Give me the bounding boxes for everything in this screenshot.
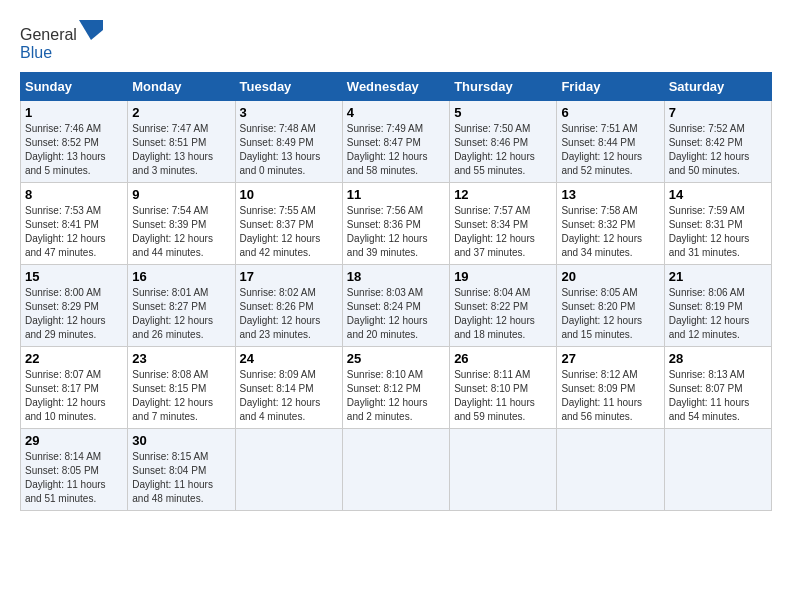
day-detail: Sunrise: 7:59 AMSunset: 8:31 PMDaylight:… [669,205,750,258]
calendar-cell: 22 Sunrise: 8:07 AMSunset: 8:17 PMDaylig… [21,347,128,429]
day-number: 29 [25,433,123,448]
day-number: 16 [132,269,230,284]
logo-icon [79,20,103,40]
calendar-cell [450,429,557,511]
day-detail: Sunrise: 7:56 AMSunset: 8:36 PMDaylight:… [347,205,428,258]
day-detail: Sunrise: 8:13 AMSunset: 8:07 PMDaylight:… [669,369,750,422]
day-number: 11 [347,187,445,202]
calendar-cell: 27 Sunrise: 8:12 AMSunset: 8:09 PMDaylig… [557,347,664,429]
calendar-cell: 24 Sunrise: 8:09 AMSunset: 8:14 PMDaylig… [235,347,342,429]
day-header-thursday: Thursday [450,73,557,101]
day-detail: Sunrise: 7:58 AMSunset: 8:32 PMDaylight:… [561,205,642,258]
day-number: 15 [25,269,123,284]
header-row: SundayMondayTuesdayWednesdayThursdayFrid… [21,73,772,101]
day-number: 28 [669,351,767,366]
calendar-cell: 19 Sunrise: 8:04 AMSunset: 8:22 PMDaylig… [450,265,557,347]
calendar-cell: 11 Sunrise: 7:56 AMSunset: 8:36 PMDaylig… [342,183,449,265]
day-detail: Sunrise: 8:07 AMSunset: 8:17 PMDaylight:… [25,369,106,422]
day-detail: Sunrise: 8:11 AMSunset: 8:10 PMDaylight:… [454,369,535,422]
calendar-cell: 17 Sunrise: 8:02 AMSunset: 8:26 PMDaylig… [235,265,342,347]
day-number: 22 [25,351,123,366]
day-header-sunday: Sunday [21,73,128,101]
calendar-cell: 12 Sunrise: 7:57 AMSunset: 8:34 PMDaylig… [450,183,557,265]
calendar-cell: 25 Sunrise: 8:10 AMSunset: 8:12 PMDaylig… [342,347,449,429]
calendar-cell [664,429,771,511]
day-detail: Sunrise: 7:52 AMSunset: 8:42 PMDaylight:… [669,123,750,176]
day-number: 9 [132,187,230,202]
calendar-cell: 30 Sunrise: 8:15 AMSunset: 8:04 PMDaylig… [128,429,235,511]
calendar-cell: 3 Sunrise: 7:48 AMSunset: 8:49 PMDayligh… [235,101,342,183]
day-detail: Sunrise: 8:15 AMSunset: 8:04 PMDaylight:… [132,451,213,504]
day-number: 30 [132,433,230,448]
day-number: 17 [240,269,338,284]
day-detail: Sunrise: 8:02 AMSunset: 8:26 PMDaylight:… [240,287,321,340]
day-number: 19 [454,269,552,284]
day-number: 18 [347,269,445,284]
calendar-cell: 21 Sunrise: 8:06 AMSunset: 8:19 PMDaylig… [664,265,771,347]
day-number: 5 [454,105,552,120]
day-header-tuesday: Tuesday [235,73,342,101]
day-detail: Sunrise: 7:48 AMSunset: 8:49 PMDaylight:… [240,123,321,176]
calendar-table: SundayMondayTuesdayWednesdayThursdayFrid… [20,72,772,511]
day-header-saturday: Saturday [664,73,771,101]
day-detail: Sunrise: 8:06 AMSunset: 8:19 PMDaylight:… [669,287,750,340]
calendar-cell: 7 Sunrise: 7:52 AMSunset: 8:42 PMDayligh… [664,101,771,183]
calendar-cell: 23 Sunrise: 8:08 AMSunset: 8:15 PMDaylig… [128,347,235,429]
calendar-week-row: 1 Sunrise: 7:46 AMSunset: 8:52 PMDayligh… [21,101,772,183]
day-detail: Sunrise: 7:50 AMSunset: 8:46 PMDaylight:… [454,123,535,176]
calendar-cell: 13 Sunrise: 7:58 AMSunset: 8:32 PMDaylig… [557,183,664,265]
day-number: 8 [25,187,123,202]
day-detail: Sunrise: 7:57 AMSunset: 8:34 PMDaylight:… [454,205,535,258]
day-detail: Sunrise: 8:03 AMSunset: 8:24 PMDaylight:… [347,287,428,340]
day-detail: Sunrise: 8:08 AMSunset: 8:15 PMDaylight:… [132,369,213,422]
calendar-cell: 16 Sunrise: 8:01 AMSunset: 8:27 PMDaylig… [128,265,235,347]
calendar-week-row: 15 Sunrise: 8:00 AMSunset: 8:29 PMDaylig… [21,265,772,347]
calendar-cell: 14 Sunrise: 7:59 AMSunset: 8:31 PMDaylig… [664,183,771,265]
day-detail: Sunrise: 7:47 AMSunset: 8:51 PMDaylight:… [132,123,213,176]
day-number: 24 [240,351,338,366]
calendar-week-row: 8 Sunrise: 7:53 AMSunset: 8:41 PMDayligh… [21,183,772,265]
day-number: 7 [669,105,767,120]
calendar-cell [235,429,342,511]
day-number: 12 [454,187,552,202]
logo-blue-text: Blue [20,44,52,61]
day-number: 20 [561,269,659,284]
calendar-cell [557,429,664,511]
calendar-cell: 15 Sunrise: 8:00 AMSunset: 8:29 PMDaylig… [21,265,128,347]
day-detail: Sunrise: 8:10 AMSunset: 8:12 PMDaylight:… [347,369,428,422]
day-detail: Sunrise: 8:05 AMSunset: 8:20 PMDaylight:… [561,287,642,340]
logo-general-text: General [20,26,77,43]
logo: General Blue [20,20,103,62]
day-number: 3 [240,105,338,120]
day-number: 21 [669,269,767,284]
calendar-cell: 20 Sunrise: 8:05 AMSunset: 8:20 PMDaylig… [557,265,664,347]
day-number: 10 [240,187,338,202]
day-detail: Sunrise: 8:14 AMSunset: 8:05 PMDaylight:… [25,451,106,504]
day-header-friday: Friday [557,73,664,101]
day-number: 6 [561,105,659,120]
day-detail: Sunrise: 7:53 AMSunset: 8:41 PMDaylight:… [25,205,106,258]
calendar-cell: 9 Sunrise: 7:54 AMSunset: 8:39 PMDayligh… [128,183,235,265]
calendar-cell: 26 Sunrise: 8:11 AMSunset: 8:10 PMDaylig… [450,347,557,429]
day-detail: Sunrise: 8:00 AMSunset: 8:29 PMDaylight:… [25,287,106,340]
day-number: 1 [25,105,123,120]
day-number: 2 [132,105,230,120]
day-header-wednesday: Wednesday [342,73,449,101]
calendar-cell: 4 Sunrise: 7:49 AMSunset: 8:47 PMDayligh… [342,101,449,183]
day-detail: Sunrise: 7:54 AMSunset: 8:39 PMDaylight:… [132,205,213,258]
day-detail: Sunrise: 8:09 AMSunset: 8:14 PMDaylight:… [240,369,321,422]
day-detail: Sunrise: 7:51 AMSunset: 8:44 PMDaylight:… [561,123,642,176]
day-number: 4 [347,105,445,120]
day-detail: Sunrise: 7:46 AMSunset: 8:52 PMDaylight:… [25,123,106,176]
calendar-cell: 2 Sunrise: 7:47 AMSunset: 8:51 PMDayligh… [128,101,235,183]
calendar-cell: 18 Sunrise: 8:03 AMSunset: 8:24 PMDaylig… [342,265,449,347]
header: General Blue [20,20,772,62]
day-header-monday: Monday [128,73,235,101]
day-number: 27 [561,351,659,366]
day-number: 14 [669,187,767,202]
calendar-cell [342,429,449,511]
day-detail: Sunrise: 7:55 AMSunset: 8:37 PMDaylight:… [240,205,321,258]
day-number: 25 [347,351,445,366]
calendar-cell: 6 Sunrise: 7:51 AMSunset: 8:44 PMDayligh… [557,101,664,183]
svg-marker-0 [79,20,103,40]
